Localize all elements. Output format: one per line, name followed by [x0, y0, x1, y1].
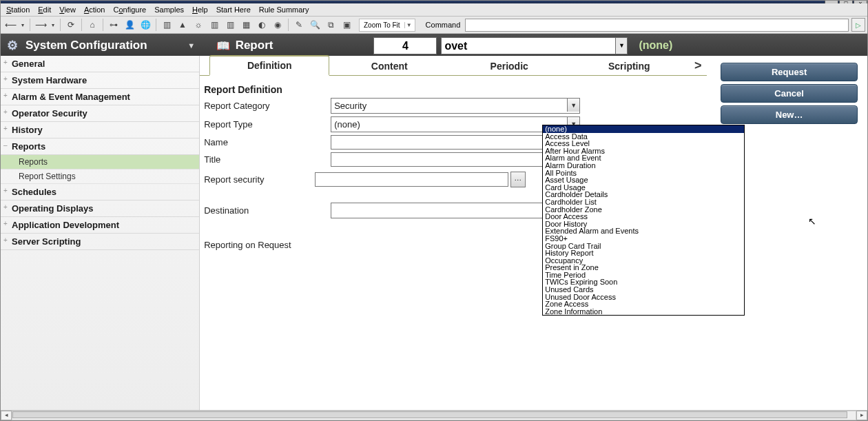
zoom-select[interactable]: Zoom To Fit ▼: [359, 19, 415, 32]
menu-edit[interactable]: Edit: [34, 6, 55, 14]
back-button[interactable]: ⟵: [3, 17, 18, 32]
main-panel: Definition Content Periodic Scripting > …: [200, 56, 707, 411]
destination-label: Destination: [204, 205, 331, 216]
scroll-thumb[interactable]: [12, 411, 847, 418]
name-label: Name: [204, 137, 331, 147]
maximize-button[interactable]: □: [839, 1, 853, 3]
refresh-button[interactable]: ⟳: [63, 17, 79, 32]
dropdown-option[interactable]: FS90+: [543, 235, 744, 243]
calendar-icon[interactable]: ▦: [238, 17, 254, 32]
menu-configure[interactable]: Configure: [109, 6, 150, 14]
sidebar-item-system-hardware[interactable]: System Hardware: [1, 72, 199, 89]
globe-icon[interactable]: 🌐: [138, 17, 153, 32]
type-label: Report Type: [204, 119, 331, 130]
sidebar-item-server-scripting[interactable]: Server Scripting: [1, 234, 199, 250]
chevron-down-icon[interactable]: ▼: [567, 99, 579, 112]
sidebar-sub-reports[interactable]: Reports: [1, 155, 199, 170]
category-label: Report Category: [204, 101, 331, 111]
light-icon[interactable]: ☼: [191, 17, 206, 32]
palette-icon[interactable]: ◐: [254, 17, 269, 32]
sidebar-item-app-dev[interactable]: Application Development: [1, 217, 199, 234]
report-type-dropdown-list[interactable]: (none) Access Data Access Level After Ho…: [542, 125, 745, 316]
window-titlebar: _ □ ×: [1, 1, 867, 3]
header-dropdown[interactable]: ▼: [185, 41, 198, 50]
command-label: Command: [426, 21, 461, 29]
form-heading: Report Definition: [204, 84, 703, 95]
menubar: Station Edit View Action Configure Sampl…: [1, 3, 867, 17]
search-icon[interactable]: 🔍: [307, 17, 322, 32]
menu-station[interactable]: Station: [2, 6, 34, 14]
scroll-left-button[interactable]: ◂: [1, 411, 12, 420]
header-page-type: Report: [236, 39, 273, 52]
toolbar: ⟵ ▾ ⟶ ▾ ⟳ ⌂ ⊶ 👤 🌐 ▥ ▲ ☼ ▥ ▥ ▦ ◐ ◉ ✎ 🔍 ⧉ …: [1, 17, 867, 34]
dropdown-option[interactable]: Extended Alarm and Events: [543, 227, 744, 235]
tab-content[interactable]: Content: [329, 57, 449, 75]
sidebar-item-alarm-event[interactable]: Alarm & Event Management: [1, 89, 199, 105]
sidebar-item-reports[interactable]: Reports: [1, 138, 199, 155]
menu-view[interactable]: View: [55, 6, 80, 14]
chevron-down-icon: ▼: [404, 22, 413, 28]
back-dropdown[interactable]: ▾: [19, 17, 27, 32]
header-status: (none): [639, 39, 672, 52]
new-button[interactable]: New…: [721, 105, 858, 124]
menu-rule-summary[interactable]: Rule Summary: [255, 6, 313, 14]
scroll-track[interactable]: [12, 411, 856, 420]
report-category-value: Security: [334, 101, 366, 111]
sidebar-item-general[interactable]: General: [1, 56, 199, 72]
zoom-label: Zoom To Fit: [364, 21, 400, 29]
dropdown-option[interactable]: Alarm Duration: [543, 162, 744, 170]
check-icon[interactable]: ✎: [291, 17, 307, 32]
title-label: Title: [204, 154, 331, 165]
scroll-right-button[interactable]: ▸: [856, 411, 867, 420]
chart1-icon[interactable]: ▥: [207, 17, 222, 32]
tab-scripting[interactable]: Scripting: [569, 57, 689, 75]
sidebar-item-schedules[interactable]: Schedules: [1, 184, 199, 201]
minimize-button[interactable]: _: [825, 1, 838, 3]
menu-samples[interactable]: Samples: [150, 6, 188, 14]
forward-dropdown[interactable]: ▾: [49, 17, 57, 32]
copy-icon[interactable]: ⧉: [323, 17, 338, 32]
report-category-select[interactable]: Security ▼: [331, 98, 580, 114]
header-search-dropdown[interactable]: ▼: [616, 37, 628, 54]
header-title: System Configuration: [25, 39, 147, 52]
book-icon: 📖: [216, 39, 230, 52]
sidebar-sub-report-settings[interactable]: Report Settings: [1, 170, 199, 184]
sidebar: General System Hardware Alarm & Event Ma…: [1, 56, 200, 411]
card-icon[interactable]: ▥: [159, 17, 174, 32]
reporting-label: Reporting on Request: [204, 240, 291, 250]
key-icon[interactable]: ⊶: [106, 17, 121, 32]
chart2-icon[interactable]: ▥: [223, 17, 238, 32]
sidebar-item-history[interactable]: History: [1, 122, 199, 138]
header-search-input[interactable]: ovet: [441, 37, 616, 54]
user-icon[interactable]: 👤: [122, 17, 137, 32]
window-icon[interactable]: ▣: [339, 17, 354, 32]
report-type-value: (none): [334, 119, 360, 130]
tabs-more[interactable]: >: [689, 57, 707, 75]
header-index-input[interactable]: 4: [373, 37, 437, 54]
tab-definition[interactable]: Definition: [209, 55, 329, 76]
command-input[interactable]: [465, 19, 849, 32]
cancel-button[interactable]: Cancel: [721, 84, 858, 103]
alarm-icon[interactable]: ▲: [175, 17, 190, 32]
forward-button[interactable]: ⟶: [33, 17, 48, 32]
security-input[interactable]: [315, 172, 508, 187]
eye-icon[interactable]: ◉: [270, 17, 285, 32]
tab-periodic[interactable]: Periodic: [449, 57, 569, 75]
tab-strip: Definition Content Periodic Scripting >: [200, 56, 707, 76]
command-go-button[interactable]: ▷: [851, 18, 865, 32]
close-button[interactable]: ×: [854, 1, 867, 3]
security-label: Report security: [204, 174, 315, 185]
menu-action[interactable]: Action: [80, 6, 110, 14]
security-browse-button[interactable]: …: [510, 172, 526, 187]
dropdown-option[interactable]: Cardholder List: [543, 198, 744, 206]
menu-start-here[interactable]: Start Here: [212, 6, 255, 14]
dropdown-option[interactable]: (none): [543, 125, 744, 133]
sidebar-item-operating-displays[interactable]: Operating Displays: [1, 201, 199, 217]
menu-help[interactable]: Help: [188, 6, 212, 14]
home-icon[interactable]: ⌂: [85, 17, 100, 32]
gear-icon: ⚙: [5, 38, 20, 53]
request-button[interactable]: Request: [721, 63, 858, 81]
horizontal-scrollbar[interactable]: ◂ ▸: [1, 410, 867, 420]
dropdown-option[interactable]: Zone Information: [543, 308, 744, 316]
sidebar-item-operator-security[interactable]: Operator Security: [1, 105, 199, 122]
